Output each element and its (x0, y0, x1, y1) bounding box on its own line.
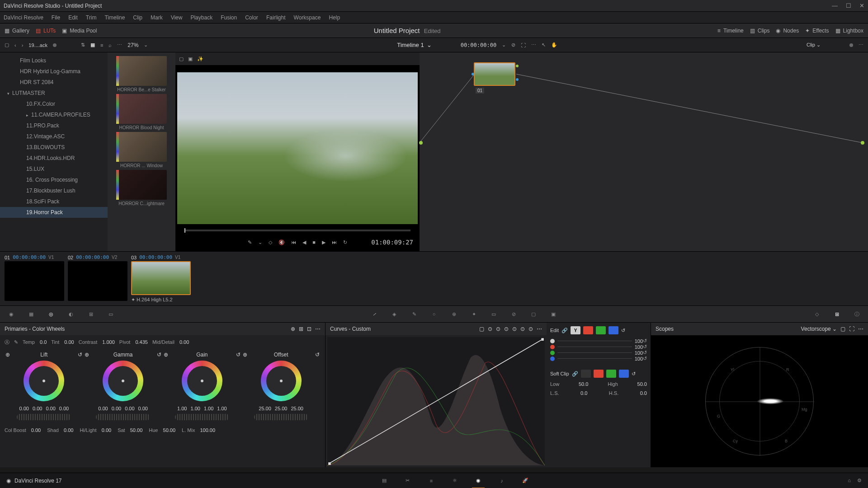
color-checker-icon[interactable]: ▦ (26, 309, 36, 319)
minimize-icon[interactable]: — (832, 2, 838, 9)
scope-layout-icon[interactable]: ▢ (840, 326, 845, 332)
search-icon[interactable]: ⌕ (108, 42, 112, 48)
mediapool-button[interactable]: ▣ Media Pool (62, 28, 97, 34)
camera-raw-icon[interactable]: ◉ (6, 309, 16, 319)
lut-tree[interactable]: Film LooksHDR Hybrid Log-GammaHDR ST 208… (0, 52, 108, 251)
contrast-param[interactable]: Contrast 1.000 (79, 339, 115, 345)
curves-icon[interactable]: ⟋ (369, 309, 379, 319)
step-back-icon[interactable]: ◀ (302, 239, 306, 245)
bypass-icon[interactable]: ⊘ (511, 42, 515, 48)
edit-reset-icon[interactable]: ↺ (621, 328, 625, 333)
wheel-offset[interactable]: ⊕Offset↺25.0025.0025.00 (243, 352, 320, 420)
tc-chevron-icon[interactable]: ⌄ (502, 42, 506, 48)
lut-tree-item[interactable]: 11.PRO.Pack (0, 120, 108, 131)
sc-reset-icon[interactable]: ↺ (632, 371, 636, 377)
scopes-toggle-icon[interactable]: ⊞ (832, 309, 842, 319)
gallery-button[interactable]: ▦ Gallery (5, 28, 29, 34)
lut-tree-item[interactable]: Film Looks (0, 55, 108, 66)
edit-b-button[interactable] (609, 326, 618, 334)
grid-view-icon[interactable]: ▦ (90, 42, 95, 48)
menu-trim[interactable]: Trim (86, 14, 97, 21)
primaries-more-icon[interactable]: ⋯ (315, 326, 321, 332)
sc-b-button[interactable] (619, 370, 629, 378)
curves-canvas[interactable] (327, 337, 545, 465)
clip-03[interactable]: 0300:00:00:00V1✦ H.264 High L5.2 (131, 254, 191, 303)
viewer-more-icon[interactable]: ⋯ (531, 42, 536, 48)
sat-param[interactable]: Sat 50.00 (118, 427, 142, 433)
nodes-button[interactable]: ◉ Nodes (776, 28, 799, 34)
picker-chevron-icon[interactable]: ⌄ (258, 239, 262, 245)
sort-icon[interactable]: ⇅ (81, 42, 85, 48)
menu-clip[interactable]: Clip (133, 14, 142, 21)
timeline-button[interactable]: ≡ Timeline (717, 28, 744, 34)
hilight-param[interactable]: Hi/Light 0.00 (80, 427, 111, 433)
lut-thumb[interactable]: HORROR C...ightmare (111, 170, 172, 206)
expand-icon[interactable]: ⛶ (521, 42, 526, 48)
loop-icon[interactable]: ↻ (343, 239, 347, 245)
timeline-selector[interactable]: Timeline 1 ⌄ (397, 42, 431, 48)
close-icon[interactable]: ✕ (859, 2, 864, 9)
lut-tree-item[interactable]: 10.FX.Color (0, 99, 108, 109)
menu-edit[interactable]: Edit (68, 14, 78, 21)
lut-tree-item[interactable]: 15.LUX (0, 164, 108, 174)
pivot-param[interactable]: Pivot 0.435 (119, 339, 148, 345)
lut-tree-item[interactable]: HDR ST 2084 (0, 77, 108, 88)
color-wheels-icon[interactable]: ◎ (46, 309, 56, 319)
lut-thumb[interactable]: HORROR Be...e Stalker (111, 56, 172, 92)
keyframe-icon[interactable]: ◇ (812, 309, 822, 319)
home-icon[interactable]: ⌂ (848, 478, 851, 483)
sidebar-toggle-icon[interactable]: ▢ (5, 42, 9, 48)
wheel-gain[interactable]: ⊕Gain↺1.001.001.001.00 (164, 352, 241, 420)
deliver-page-icon[interactable]: 🚀 (519, 476, 532, 486)
key-icon[interactable]: ⊘ (509, 309, 519, 319)
lightbox-button[interactable]: ▦ Lightbox (835, 28, 863, 34)
tracker-icon[interactable]: ⊕ (449, 309, 459, 319)
shad-param[interactable]: Shad 0.00 (47, 427, 73, 433)
viewer-tool-1-icon[interactable]: ▢ (179, 56, 184, 62)
hue-param[interactable]: Hue 50.00 (149, 427, 175, 433)
wheel-gamma[interactable]: ⊕Gamma↺0.000.000.000.00 (85, 352, 161, 420)
back-icon[interactable]: ‹ (14, 42, 16, 48)
hand-icon[interactable]: ✋ (551, 42, 557, 48)
color-page-icon[interactable]: ◉ (472, 476, 485, 486)
intensity-row[interactable]: 100↺ (550, 356, 647, 361)
cut-page-icon[interactable]: ✂ (401, 476, 414, 486)
magic-mask-icon[interactable]: ✦ (469, 309, 479, 319)
lut-thumbnails[interactable]: HORROR Be...e StalkerHORROR Blood NightH… (108, 52, 175, 251)
pointer-icon[interactable]: ↖ (542, 42, 546, 48)
source-timecode[interactable]: 00:00:00:00 (461, 42, 496, 48)
intensity-row[interactable]: 100↺ (550, 344, 647, 350)
primaries-mode1-icon[interactable]: ⊞ (299, 326, 303, 332)
menu-mark[interactable]: Mark (151, 14, 163, 21)
lut-tree-item[interactable]: 11.CAMERA.PROFILES (0, 109, 108, 120)
viewer-wand-icon[interactable]: ✨ (197, 56, 203, 62)
menu-workspace[interactable]: Workspace (294, 14, 321, 21)
menu-timeline[interactable]: Timeline (104, 14, 125, 21)
node-more-icon[interactable]: ⋯ (859, 42, 863, 48)
sc-y-button[interactable] (581, 370, 591, 378)
blur-icon[interactable]: ▭ (489, 309, 499, 319)
sizing-icon[interactable]: ▢ (528, 309, 538, 319)
hdr-wheels-icon[interactable]: ◐ (66, 309, 76, 319)
high-value[interactable]: 50.0 (637, 381, 647, 387)
lut-tree-item[interactable]: 12.Vintage.ASC (0, 131, 108, 142)
warper-icon[interactable]: ◈ (389, 309, 399, 319)
middetail-param[interactable]: Mid/Detail 0.00 (152, 339, 189, 345)
sc-g-button[interactable] (606, 370, 616, 378)
stop-icon[interactable]: ■ (312, 239, 316, 245)
clips-strip[interactable]: 0100:00:00:00V10200:00:00:00V20300:00:00… (0, 251, 868, 305)
menu-view[interactable]: View (171, 14, 183, 21)
lut-thumb[interactable]: HORROR ... Window (111, 132, 172, 168)
curves-mode4-icon[interactable]: ⊙ (504, 326, 509, 332)
auto-balance-icon[interactable]: Ⓐ (5, 339, 9, 346)
picker-icon[interactable]: ✎ (248, 239, 252, 245)
settings-icon[interactable]: ⚙ (857, 478, 862, 483)
scope-type-selector[interactable]: Vectorscope ⌄ (801, 326, 837, 332)
lut-tree-item[interactable]: 13.BLOWOUTS (0, 142, 108, 153)
curves-mode2-icon[interactable]: ⊙ (488, 326, 492, 332)
chevron-down-icon[interactable]: ⌄ (144, 42, 148, 48)
media-page-icon[interactable]: ▤ (378, 476, 391, 486)
intensity-row[interactable]: 100↺ (550, 350, 647, 356)
curves-mode3-icon[interactable]: ⊙ (496, 326, 500, 332)
zoom-level[interactable]: 27% (127, 42, 138, 48)
